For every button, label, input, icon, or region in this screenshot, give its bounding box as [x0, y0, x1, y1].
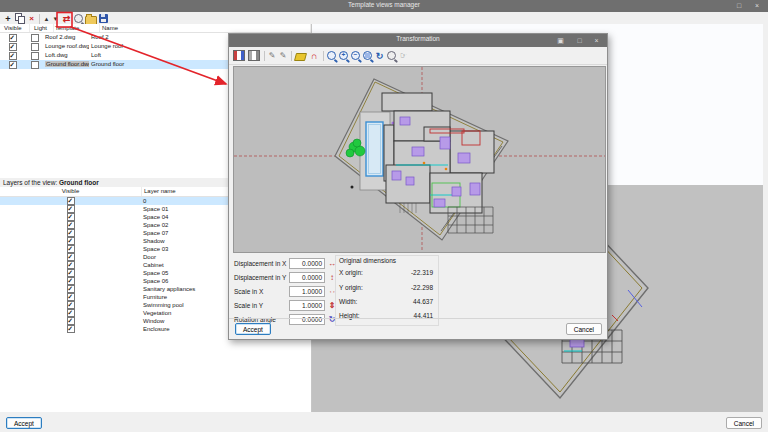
- add-view-button[interactable]: +: [3, 13, 13, 25]
- snap-button[interactable]: ∩: [309, 50, 319, 62]
- toolbar-separator: [323, 51, 324, 61]
- magnifier-icon: [327, 51, 336, 60]
- update-template-button[interactable]: [74, 13, 83, 25]
- layers-gray-button[interactable]: [248, 50, 260, 62]
- magnifier-icon: [74, 14, 83, 23]
- col-visible: Visible: [0, 24, 30, 32]
- zoom-out-icon: [351, 51, 360, 60]
- od-value: -22.319: [411, 269, 433, 276]
- toolbar-separator: [39, 14, 40, 24]
- od-label: X origin:: [339, 269, 363, 276]
- templates-table-header: Visible Light Template Name: [0, 24, 311, 33]
- dialog-footer: Accept Cancel: [229, 318, 607, 339]
- app-window: Template views manager □ × + × ▲ ▼ ⇄ Vis…: [0, 0, 768, 432]
- od-x-origin: X origin: -22.319: [336, 269, 438, 276]
- zoom-in-button[interactable]: [339, 50, 348, 62]
- template-file: Loft.dwg: [44, 51, 89, 60]
- main-titlebar: Template views manager □ ×: [0, 0, 768, 12]
- zoom-previous-button[interactable]: [387, 50, 396, 62]
- transformation-dialog: Transformation ▣ □ × ✎ ✎ ∩ ↻ ☞: [228, 33, 608, 340]
- plan-preview-viewport[interactable]: [233, 66, 606, 253]
- move-down-button[interactable]: ▼: [52, 13, 59, 25]
- visible-checkbox[interactable]: [9, 52, 17, 60]
- dialog-cancel-button[interactable]: Cancel: [566, 323, 602, 335]
- plan-preview-drawing: [234, 67, 605, 252]
- toolbar-separator: [291, 51, 292, 61]
- template-file: Roof 2.dwg: [44, 33, 89, 42]
- layers-color-icon: [233, 50, 245, 61]
- eraser-button[interactable]: [295, 50, 306, 62]
- original-dimensions-title: Original dimensions: [339, 257, 396, 264]
- maximize-icon[interactable]: □: [573, 34, 586, 47]
- accept-button[interactable]: Accept: [6, 417, 42, 429]
- displacement-x-input[interactable]: 0.0000: [289, 258, 325, 269]
- col-layer-visible: Visible: [0, 187, 142, 196]
- visible-checkbox[interactable]: [9, 43, 17, 51]
- col-name: Name: [100, 24, 311, 32]
- visible-checkbox[interactable]: [9, 61, 17, 69]
- zoom-previous-icon: [387, 51, 396, 60]
- dialog-toolbar: ✎ ✎ ∩ ↻ ☞: [229, 47, 607, 65]
- od-value: 44.637: [413, 298, 433, 305]
- template-file: Ground floor.dwg: [45, 61, 89, 67]
- field-displacement-y: Displacement in Y 0.0000 ↕: [234, 272, 337, 283]
- od-label: Y origin:: [339, 284, 363, 291]
- eraser-icon: [294, 53, 307, 61]
- scale-x-input[interactable]: 1.0000: [289, 286, 325, 297]
- od-width: Width: 44.637: [336, 298, 438, 305]
- dialog-accept-button[interactable]: Accept: [235, 323, 271, 335]
- dialog-titlebar: Transformation ▣ □ ×: [229, 34, 607, 47]
- pick-origin-button[interactable]: ✎: [268, 50, 276, 62]
- od-value: -22.298: [411, 284, 433, 291]
- dialog-title: Transformation: [229, 35, 607, 42]
- copy-icon: [15, 13, 25, 24]
- field-label: Scale in Y: [234, 302, 289, 309]
- open-template-button[interactable]: [85, 13, 97, 25]
- save-icon: [99, 14, 108, 23]
- template-file: Lounge roof.dwg: [44, 42, 89, 51]
- layers-title-prefix: Layers of the view:: [3, 179, 57, 186]
- layers-color-button[interactable]: [233, 50, 245, 62]
- pan-button[interactable]: ☞: [399, 50, 408, 62]
- col-light: Light: [30, 24, 54, 32]
- od-label: Width:: [339, 298, 357, 305]
- light-checkbox[interactable]: [31, 34, 39, 42]
- delete-view-button[interactable]: ×: [27, 13, 36, 25]
- dialog-docs-icon[interactable]: ▣: [554, 34, 567, 47]
- zoom-in-icon: [339, 51, 348, 60]
- light-checkbox[interactable]: [31, 52, 39, 60]
- field-label: Displacement in Y: [234, 274, 289, 281]
- layer-visible-checkbox[interactable]: [67, 325, 75, 333]
- layers-gray-icon: [248, 50, 260, 61]
- visible-checkbox[interactable]: [9, 34, 17, 42]
- pick-point-button[interactable]: ✎: [279, 50, 287, 62]
- window-title: Template views manager: [0, 1, 768, 8]
- layers-view-name: Ground floor: [59, 179, 99, 186]
- field-scale-x: Scale in X 1.0000 ⇔: [234, 286, 337, 297]
- light-checkbox[interactable]: [31, 61, 39, 69]
- zoom-out-button[interactable]: [351, 50, 360, 62]
- light-checkbox[interactable]: [31, 43, 39, 51]
- restore-icon[interactable]: □: [732, 0, 746, 12]
- displacement-y-input[interactable]: 0.0000: [289, 272, 325, 283]
- move-up-button[interactable]: ▲: [43, 13, 50, 25]
- field-label: Scale in X: [234, 288, 289, 295]
- zoom-window-button[interactable]: [363, 50, 372, 62]
- close-icon[interactable]: ×: [590, 34, 603, 47]
- field-displacement-x: Displacement in X 0.0000 ↔: [234, 258, 337, 269]
- toolbar-separator: [264, 51, 265, 61]
- field-scale-y: Scale in Y 1.0000 ⇕: [234, 300, 337, 311]
- transformation-button[interactable]: ⇄: [61, 13, 72, 25]
- save-button[interactable]: [99, 13, 108, 25]
- cancel-button[interactable]: Cancel: [726, 417, 762, 429]
- close-icon[interactable]: ×: [750, 0, 764, 12]
- field-label: Displacement in X: [234, 260, 289, 267]
- redraw-button[interactable]: [327, 50, 336, 62]
- zoom-window-icon: [363, 51, 372, 60]
- zoom-extents-button[interactable]: ↻: [375, 50, 384, 62]
- copy-view-button[interactable]: [15, 13, 25, 25]
- layers-panel-title: Layers of the view: Ground floor: [3, 179, 99, 186]
- original-dimensions-panel: Original dimensions X origin: -22.319 Y …: [335, 255, 439, 326]
- scale-y-input[interactable]: 1.0000: [289, 300, 325, 311]
- col-template: Template: [54, 24, 100, 32]
